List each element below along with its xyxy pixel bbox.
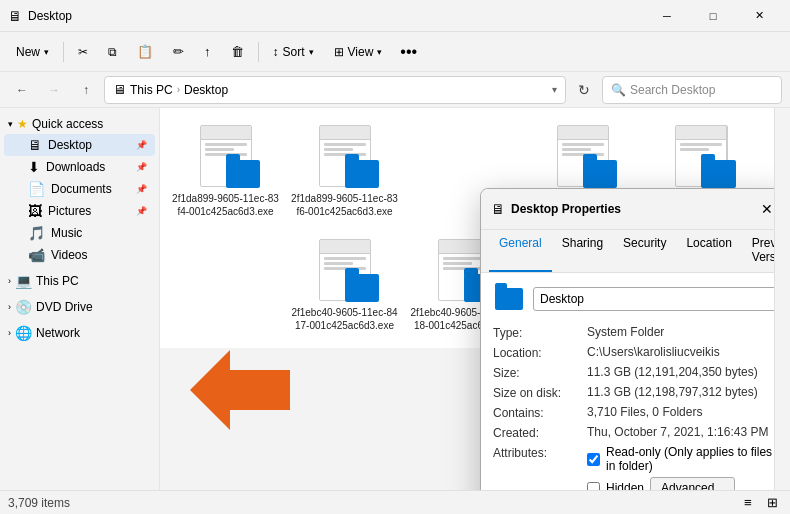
desktop-properties-dialog: 🖥 Desktop Properties ✕ General Sharing S… <box>480 188 774 490</box>
quick-access-header[interactable]: ▾ ★ Quick access <box>0 114 159 134</box>
view-label: View <box>348 45 374 59</box>
toolbar-separator-2 <box>258 42 259 62</box>
dialog-overlay: 🖥 Desktop Properties ✕ General Sharing S… <box>160 108 774 490</box>
dvd-icon: 💿 <box>15 299 32 315</box>
dvd-header[interactable]: › 💿 DVD Drive <box>0 296 159 318</box>
minimize-button[interactable]: ─ <box>644 0 690 32</box>
size-label: Size: <box>493 365 583 380</box>
sidebar-downloads-label: Downloads <box>46 160 105 174</box>
dialog-folder-icon <box>493 283 525 315</box>
view-chevron: ▾ <box>377 47 382 57</box>
sidebar-item-pictures[interactable]: 🖼 Pictures 📌 <box>4 200 155 222</box>
address-path[interactable]: 🖥 This PC › Desktop ▾ <box>104 76 566 104</box>
folder-name-input[interactable] <box>533 287 774 311</box>
close-button[interactable]: ✕ <box>736 0 782 32</box>
more-button[interactable]: ••• <box>394 39 423 65</box>
network-header[interactable]: › 🌐 Network <box>0 322 159 344</box>
dialog-row-size-on-disk: Size on disk: 11.3 GB (12,198,797,312 by… <box>493 385 774 400</box>
sort-icon: ↕ <box>273 45 279 59</box>
tab-sharing[interactable]: Sharing <box>552 230 613 272</box>
path-this-pc-label: This PC <box>130 83 173 97</box>
view-icon: ⊞ <box>334 45 344 59</box>
maximize-button[interactable]: □ <box>690 0 736 32</box>
rename-button[interactable]: ✏ <box>165 40 192 63</box>
readonly-checkbox[interactable] <box>587 453 600 466</box>
sidebar: ▾ ★ Quick access 🖥 Desktop 📌 ⬇ Downloads… <box>0 108 160 490</box>
sidebar-item-videos[interactable]: 📹 Videos <box>4 244 155 266</box>
type-label: Type: <box>493 325 583 340</box>
search-box[interactable]: 🔍 Search Desktop <box>602 76 782 104</box>
size-on-disk-value: 11.3 GB (12,198,797,312 bytes) <box>587 385 774 399</box>
dialog-close-button[interactable]: ✕ <box>755 197 774 221</box>
dialog-folder-row <box>493 283 774 315</box>
grid-view-button[interactable]: ⊞ <box>762 493 782 513</box>
attributes-label: Attributes: <box>493 445 583 460</box>
contains-label: Contains: <box>493 405 583 420</box>
path-dropdown-button[interactable]: ▾ <box>552 84 557 95</box>
sidebar-item-downloads[interactable]: ⬇ Downloads 📌 <box>4 156 155 178</box>
network-icon: 🌐 <box>15 325 32 341</box>
size-value: 11.3 GB (12,191,204,350 bytes) <box>587 365 774 379</box>
this-pc-folder-icon: 💻 <box>15 273 32 289</box>
readonly-row: Read-only (Only applies to files in fold… <box>587 445 774 473</box>
path-separator: › <box>177 84 180 95</box>
share-icon: ↑ <box>204 44 211 59</box>
dialog-row-type: Type: System Folder <box>493 325 774 340</box>
item-count: 3,709 items <box>8 496 70 510</box>
size-on-disk-label: Size on disk: <box>493 385 583 400</box>
dialog-title-icon: 🖥 <box>491 201 505 217</box>
tab-previous-versions[interactable]: Previous Versions <box>742 230 774 272</box>
delete-button[interactable]: 🗑 <box>223 40 252 63</box>
tab-security[interactable]: Security <box>613 230 676 272</box>
dialog-title-text: Desktop Properties <box>511 202 755 216</box>
dialog-tabs: General Sharing Security Location Previo… <box>481 230 774 273</box>
sidebar-item-music[interactable]: 🎵 Music <box>4 222 155 244</box>
dialog-row-contains: Contains: 3,710 Files, 0 Folders <box>493 405 774 420</box>
scrollbar-area[interactable] <box>774 108 790 490</box>
forward-button[interactable]: → <box>40 76 68 104</box>
grid-view-icon: ⊞ <box>767 495 778 510</box>
search-placeholder: Search Desktop <box>630 83 715 97</box>
advanced-button[interactable]: Advanced... <box>650 477 735 490</box>
hidden-row: Hidden Advanced... <box>587 477 774 490</box>
sidebar-item-documents[interactable]: 📄 Documents 📌 <box>4 178 155 200</box>
tab-general[interactable]: General <box>489 230 552 272</box>
view-button[interactable]: ⊞ View ▾ <box>326 41 391 63</box>
delete-icon: 🗑 <box>231 44 244 59</box>
this-pc-label: This PC <box>36 274 79 288</box>
title-bar: 🖥 Desktop ─ □ ✕ <box>0 0 790 32</box>
paste-icon: 📋 <box>137 44 153 59</box>
paste-button[interactable]: 📋 <box>129 40 161 63</box>
quick-access-label: Quick access <box>32 117 103 131</box>
this-pc-header[interactable]: › 💻 This PC <box>0 270 159 292</box>
list-view-button[interactable]: ≡ <box>738 493 758 513</box>
toolbar: New ▾ ✂ ⧉ 📋 ✏ ↑ 🗑 ↕ Sort ▾ ⊞ View ▾ ••• <box>0 32 790 72</box>
refresh-button[interactable]: ↻ <box>570 76 598 104</box>
back-button[interactable]: ← <box>8 76 36 104</box>
tab-location[interactable]: Location <box>676 230 741 272</box>
chevron-icon-2: › <box>8 276 11 286</box>
sort-label: Sort <box>283 45 305 59</box>
share-button[interactable]: ↑ <box>196 40 219 63</box>
path-desktop-label: Desktop <box>184 83 228 97</box>
new-label: New <box>16 45 40 59</box>
sort-button[interactable]: ↕ Sort ▾ <box>265 41 322 63</box>
copy-button[interactable]: ⧉ <box>100 41 125 63</box>
title-bar-icon: 🖥 <box>8 8 22 24</box>
hidden-checkbox[interactable] <box>587 482 600 491</box>
dvd-section: › 💿 DVD Drive <box>0 294 159 320</box>
new-button[interactable]: New ▾ <box>8 41 57 63</box>
pin-icon-3: 📌 <box>136 184 147 194</box>
sidebar-item-desktop[interactable]: 🖥 Desktop 📌 <box>4 134 155 156</box>
music-folder-icon: 🎵 <box>28 225 45 241</box>
hidden-label: Hidden <box>606 481 644 490</box>
desktop-folder-icon: 🖥 <box>28 137 42 153</box>
title-bar-controls: ─ □ ✕ <box>644 0 782 32</box>
up-button[interactable]: ↑ <box>72 76 100 104</box>
network-section: › 🌐 Network <box>0 320 159 346</box>
pin-icon-2: 📌 <box>136 162 147 172</box>
quick-access-section: ▾ ★ Quick access 🖥 Desktop 📌 ⬇ Downloads… <box>0 112 159 268</box>
pin-icon-4: 📌 <box>136 206 147 216</box>
created-value: Thu, October 7, 2021, 1:16:43 PM <box>587 425 774 439</box>
cut-button[interactable]: ✂ <box>70 41 96 63</box>
